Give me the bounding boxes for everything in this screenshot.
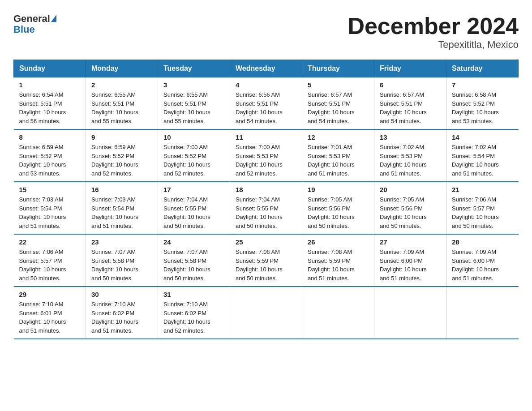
title-block: December 2024 Tepexititla, Mexico xyxy=(348,13,519,51)
day-number: 22 xyxy=(19,238,81,246)
day-info: Sunrise: 7:05 AMSunset: 5:56 PMDaylight:… xyxy=(308,195,369,230)
day-info: Sunrise: 6:55 AMSunset: 5:51 PMDaylight:… xyxy=(91,90,152,125)
day-info: Sunrise: 7:05 AMSunset: 5:56 PMDaylight:… xyxy=(380,195,441,230)
day-number: 27 xyxy=(380,238,441,246)
day-number: 15 xyxy=(19,186,81,193)
header-friday: Friday xyxy=(374,60,446,77)
day-cell: 31 Sunrise: 7:10 AMSunset: 6:02 PMDaylig… xyxy=(158,287,230,339)
day-info: Sunrise: 7:10 AMSunset: 6:02 PMDaylight:… xyxy=(91,300,152,335)
day-cell: 24 Sunrise: 7:07 AMSunset: 5:58 PMDaylig… xyxy=(158,234,230,287)
day-number: 24 xyxy=(163,238,224,246)
day-info: Sunrise: 7:06 AMSunset: 5:57 PMDaylight:… xyxy=(452,195,513,230)
day-cell: 27 Sunrise: 7:09 AMSunset: 6:00 PMDaylig… xyxy=(374,234,446,287)
day-number: 26 xyxy=(308,238,369,246)
calendar-header-row: SundayMondayTuesdayWednesdayThursdayFrid… xyxy=(14,60,519,77)
day-number: 14 xyxy=(452,133,513,141)
day-cell: 30 Sunrise: 7:10 AMSunset: 6:02 PMDaylig… xyxy=(86,287,158,339)
day-cell: 15 Sunrise: 7:03 AMSunset: 5:54 PMDaylig… xyxy=(14,182,86,234)
day-cell: 7 Sunrise: 6:58 AMSunset: 5:52 PMDayligh… xyxy=(446,77,519,130)
day-cell: 28 Sunrise: 7:09 AMSunset: 6:00 PMDaylig… xyxy=(446,234,519,287)
day-cell: 21 Sunrise: 7:06 AMSunset: 5:57 PMDaylig… xyxy=(446,182,519,234)
day-cell: 6 Sunrise: 6:57 AMSunset: 5:51 PMDayligh… xyxy=(374,77,446,130)
week-row-4: 22 Sunrise: 7:06 AMSunset: 5:57 PMDaylig… xyxy=(14,234,519,287)
day-info: Sunrise: 6:56 AMSunset: 5:51 PMDaylight:… xyxy=(236,90,296,125)
day-info: Sunrise: 7:03 AMSunset: 5:54 PMDaylight:… xyxy=(19,195,81,230)
day-cell: 2 Sunrise: 6:55 AMSunset: 5:51 PMDayligh… xyxy=(86,77,158,130)
day-info: Sunrise: 7:04 AMSunset: 5:55 PMDaylight:… xyxy=(163,195,224,230)
day-cell: 12 Sunrise: 7:01 AMSunset: 5:53 PMDaylig… xyxy=(302,129,374,182)
day-cell xyxy=(446,287,519,339)
day-number: 30 xyxy=(91,291,152,298)
day-info: Sunrise: 6:55 AMSunset: 5:51 PMDaylight:… xyxy=(163,90,224,125)
week-row-5: 29 Sunrise: 7:10 AMSunset: 6:01 PMDaylig… xyxy=(14,287,519,339)
day-cell: 8 Sunrise: 6:59 AMSunset: 5:52 PMDayligh… xyxy=(14,129,86,182)
day-info: Sunrise: 7:07 AMSunset: 5:58 PMDaylight:… xyxy=(91,248,152,283)
day-info: Sunrise: 7:00 AMSunset: 5:53 PMDaylight:… xyxy=(236,143,296,178)
day-cell: 9 Sunrise: 6:59 AMSunset: 5:52 PMDayligh… xyxy=(86,129,158,182)
day-number: 7 xyxy=(452,81,513,89)
day-number: 29 xyxy=(19,291,81,298)
day-number: 31 xyxy=(163,291,224,298)
logo: General Blue xyxy=(13,13,56,35)
day-info: Sunrise: 7:07 AMSunset: 5:58 PMDaylight:… xyxy=(163,248,224,283)
day-number: 17 xyxy=(163,186,224,193)
day-cell: 11 Sunrise: 7:00 AMSunset: 5:53 PMDaylig… xyxy=(230,129,302,182)
day-cell: 26 Sunrise: 7:08 AMSunset: 5:59 PMDaylig… xyxy=(302,234,374,287)
header-sunday: Sunday xyxy=(14,60,86,77)
day-cell: 17 Sunrise: 7:04 AMSunset: 5:55 PMDaylig… xyxy=(158,182,230,234)
logo-triangle-icon xyxy=(51,15,56,22)
day-cell: 14 Sunrise: 7:02 AMSunset: 5:54 PMDaylig… xyxy=(446,129,519,182)
day-cell xyxy=(302,287,374,339)
day-number: 23 xyxy=(91,238,152,246)
day-info: Sunrise: 6:59 AMSunset: 5:52 PMDaylight:… xyxy=(91,143,152,178)
day-cell: 13 Sunrise: 7:02 AMSunset: 5:53 PMDaylig… xyxy=(374,129,446,182)
day-info: Sunrise: 7:04 AMSunset: 5:55 PMDaylight:… xyxy=(236,195,296,230)
day-number: 16 xyxy=(91,186,152,193)
header-tuesday: Tuesday xyxy=(158,60,230,77)
day-cell: 3 Sunrise: 6:55 AMSunset: 5:51 PMDayligh… xyxy=(158,77,230,130)
calendar-subtitle: Tepexititla, Mexico xyxy=(348,39,519,51)
day-cell: 18 Sunrise: 7:04 AMSunset: 5:55 PMDaylig… xyxy=(230,182,302,234)
day-info: Sunrise: 7:02 AMSunset: 5:54 PMDaylight:… xyxy=(452,143,513,178)
day-number: 28 xyxy=(452,238,513,246)
day-cell: 19 Sunrise: 7:05 AMSunset: 5:56 PMDaylig… xyxy=(302,182,374,234)
calendar-table: SundayMondayTuesdayWednesdayThursdayFrid… xyxy=(13,60,519,339)
day-number: 13 xyxy=(380,133,441,141)
day-number: 4 xyxy=(236,81,296,89)
day-info: Sunrise: 7:08 AMSunset: 5:59 PMDaylight:… xyxy=(308,248,369,283)
day-info: Sunrise: 6:58 AMSunset: 5:52 PMDaylight:… xyxy=(452,90,513,125)
day-info: Sunrise: 7:00 AMSunset: 5:52 PMDaylight:… xyxy=(163,143,224,178)
day-number: 25 xyxy=(236,238,296,246)
day-number: 19 xyxy=(308,186,369,193)
week-row-3: 15 Sunrise: 7:03 AMSunset: 5:54 PMDaylig… xyxy=(14,182,519,234)
day-info: Sunrise: 7:08 AMSunset: 5:59 PMDaylight:… xyxy=(236,248,296,283)
logo-blue-text: Blue xyxy=(13,24,56,35)
day-number: 12 xyxy=(308,133,369,141)
day-info: Sunrise: 7:10 AMSunset: 6:02 PMDaylight:… xyxy=(163,300,224,335)
day-info: Sunrise: 7:01 AMSunset: 5:53 PMDaylight:… xyxy=(308,143,369,178)
day-cell: 20 Sunrise: 7:05 AMSunset: 5:56 PMDaylig… xyxy=(374,182,446,234)
day-number: 1 xyxy=(19,81,81,89)
calendar-title: December 2024 xyxy=(348,13,519,39)
day-info: Sunrise: 7:03 AMSunset: 5:54 PMDaylight:… xyxy=(91,195,152,230)
day-number: 3 xyxy=(163,81,224,89)
day-cell: 25 Sunrise: 7:08 AMSunset: 5:59 PMDaylig… xyxy=(230,234,302,287)
day-info: Sunrise: 7:09 AMSunset: 6:00 PMDaylight:… xyxy=(380,248,441,283)
day-cell: 16 Sunrise: 7:03 AMSunset: 5:54 PMDaylig… xyxy=(86,182,158,234)
day-cell: 4 Sunrise: 6:56 AMSunset: 5:51 PMDayligh… xyxy=(230,77,302,130)
header-thursday: Thursday xyxy=(302,60,374,77)
day-info: Sunrise: 6:57 AMSunset: 5:51 PMDaylight:… xyxy=(308,90,369,125)
logo-general-text: General xyxy=(13,13,50,24)
day-info: Sunrise: 6:59 AMSunset: 5:52 PMDaylight:… xyxy=(19,143,81,178)
day-cell: 5 Sunrise: 6:57 AMSunset: 5:51 PMDayligh… xyxy=(302,77,374,130)
day-info: Sunrise: 6:57 AMSunset: 5:51 PMDaylight:… xyxy=(380,90,441,125)
day-number: 11 xyxy=(236,133,296,141)
day-number: 9 xyxy=(91,133,152,141)
day-cell: 29 Sunrise: 7:10 AMSunset: 6:01 PMDaylig… xyxy=(14,287,86,339)
day-number: 8 xyxy=(19,133,81,141)
day-info: Sunrise: 7:10 AMSunset: 6:01 PMDaylight:… xyxy=(19,300,81,335)
day-cell: 22 Sunrise: 7:06 AMSunset: 5:57 PMDaylig… xyxy=(14,234,86,287)
day-info: Sunrise: 6:54 AMSunset: 5:51 PMDaylight:… xyxy=(19,90,81,125)
page-header: General Blue December 2024 Tepexititla, … xyxy=(13,13,519,51)
day-cell: 1 Sunrise: 6:54 AMSunset: 5:51 PMDayligh… xyxy=(14,77,86,130)
